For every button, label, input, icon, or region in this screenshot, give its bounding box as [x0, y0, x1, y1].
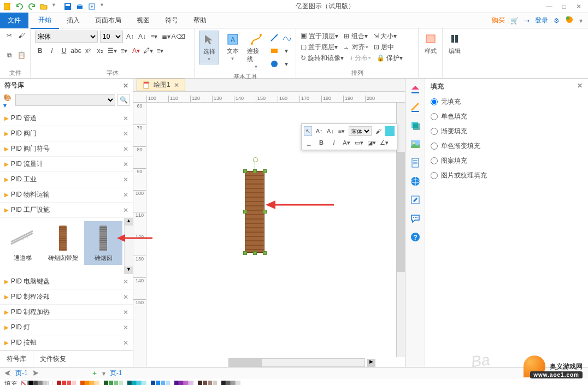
color-swatch[interactable] [28, 381, 33, 385]
color-swatch[interactable] [127, 381, 132, 385]
rotate-button[interactable]: ↻ 旋转和镜像▾ [301, 54, 344, 63]
search-icon[interactable]: 🔍 [117, 94, 130, 106]
h-scrollbar[interactable]: ▶ [228, 358, 365, 367]
menu-help[interactable]: 帮助 [186, 13, 214, 28]
color-swatch[interactable] [80, 381, 85, 385]
maximize-button[interactable]: □ [562, 3, 566, 10]
color-swatch[interactable] [161, 381, 165, 385]
bullets-icon[interactable]: ☰▾ [107, 46, 117, 56]
color-swatch[interactable] [203, 381, 207, 385]
rp-tab-image-icon[interactable] [409, 138, 422, 151]
open-icon[interactable] [39, 2, 48, 11]
tab-drawing-1[interactable]: 绘图1 ✕ [137, 79, 185, 91]
sidebar-cat-heating[interactable]: ▶PID 制程加热✕ [0, 305, 133, 320]
page-next-icon[interactable]: ⮞ [32, 370, 39, 377]
rp-tab-shadow-icon[interactable] [409, 119, 422, 132]
color-swatch[interactable] [38, 381, 43, 385]
color-swatch[interactable] [142, 381, 146, 385]
color-swatch[interactable] [90, 381, 95, 385]
sidebar-cat-valve-symbol[interactable]: ▶PID 阀门符号✕ [0, 141, 133, 157]
font-color-icon[interactable]: A▾ [131, 46, 141, 56]
file-menu[interactable]: 文件 [0, 13, 28, 28]
page-tab-right[interactable]: 页-1 [110, 369, 122, 378]
rp-close-icon[interactable]: ✕ [577, 82, 583, 91]
decrease-font-icon[interactable]: A↓ [137, 32, 147, 42]
paste-icon[interactable]: 📋 [16, 50, 26, 60]
no-fill-swatch[interactable] [21, 381, 28, 385]
ft-shadow-icon[interactable]: ◪▾ [367, 138, 377, 147]
save-icon[interactable] [63, 2, 72, 11]
bold-button[interactable]: B [35, 46, 45, 56]
page-list-icon[interactable]: ▾ [102, 370, 105, 377]
redo-icon[interactable] [27, 2, 36, 11]
freehand-tool-icon[interactable] [281, 33, 291, 43]
minimize-button[interactable]: — [546, 3, 552, 10]
fill-opt-solid[interactable]: 单色填充 [431, 109, 583, 124]
rp-tab-edit-icon[interactable] [409, 193, 422, 206]
qat-dropdown-icon[interactable]: ▼ [51, 2, 60, 11]
edit-button[interactable]: 编辑 [447, 31, 462, 57]
settings-icon[interactable]: ⚙ [554, 17, 560, 25]
ft-font-select[interactable]: 宋体 [349, 126, 372, 136]
rp-tab-help-icon[interactable]: ? [409, 230, 422, 244]
group-button[interactable]: ⊞ 组合▾ [344, 32, 367, 41]
connector-tool[interactable]: 连接线▼ [246, 31, 266, 72]
format-painter-icon[interactable]: 🖌 [16, 31, 26, 40]
shape-ladder[interactable]: 通道梯 [3, 221, 42, 265]
ft-bold-icon[interactable]: B [316, 138, 326, 147]
strike-button[interactable]: abc [71, 46, 81, 56]
sidebar-cat-lamp[interactable]: ▶PID 灯✕ [0, 320, 133, 335]
sidebar-cat-industry[interactable]: ▶PID 工业✕ [0, 172, 133, 187]
undo-icon[interactable] [15, 2, 24, 11]
color-swatch[interactable] [208, 381, 212, 385]
sel-handle-n[interactable] [253, 169, 257, 173]
sel-handle-se[interactable] [263, 251, 267, 255]
color-swatch[interactable] [231, 381, 236, 385]
color-swatch[interactable] [62, 381, 66, 385]
color-swatch[interactable] [166, 381, 170, 385]
close-button[interactable]: ✕ [576, 3, 581, 10]
ft-line-icon[interactable]: ∠▾ [379, 138, 389, 147]
ft-fontcolor-icon[interactable]: A▾ [342, 138, 351, 147]
buy-link[interactable]: 购买 [492, 16, 505, 25]
text-align-icon[interactable]: ≡▾ [155, 46, 165, 56]
copy-icon[interactable]: ⧉ [4, 50, 14, 60]
shape-chimney-frame[interactable]: 砖烟囱带架 [44, 221, 82, 265]
share-icon[interactable]: ⇢ [524, 17, 530, 25]
sel-handle-nw[interactable] [243, 169, 247, 173]
sidebar-cat-button[interactable]: ▶PID 按钮✕ [0, 335, 133, 351]
subscript-button[interactable]: x₂ [95, 46, 105, 56]
login-link[interactable]: 登录 [535, 16, 548, 25]
fill-opt-picture[interactable]: 图片或纹理填充 [431, 168, 583, 183]
canvas[interactable]: ↖ A↑ A↓ ≡▾ 宋体 🖌 ⎯ B I A▾ ▭▾ ◪▾ [146, 103, 405, 367]
font-name-select[interactable]: 宋体 [35, 31, 98, 43]
color-swatch[interactable] [213, 381, 217, 385]
search-select[interactable] [15, 94, 115, 106]
line-tool-icon[interactable] [269, 33, 279, 43]
sidebar-cat-keyboard[interactable]: ▶PID 电脑键盘✕ [0, 274, 133, 289]
color-swatch[interactable] [48, 381, 52, 385]
color-swatch[interactable] [156, 381, 160, 385]
rp-tab-link-icon[interactable] [409, 175, 422, 188]
color-swatch[interactable] [85, 381, 90, 385]
collapse-ribbon-icon[interactable]: ▾ [579, 17, 583, 25]
sidebar-cat-cooling[interactable]: ▶PID 制程冷却✕ [0, 289, 133, 305]
numbering-icon[interactable]: ≡▾ [119, 46, 129, 56]
line-spacing-icon[interactable]: ≡▾ [149, 32, 159, 42]
color-swatch[interactable] [198, 381, 202, 385]
sel-handle-ne[interactable] [263, 169, 267, 173]
v-scrollbar[interactable] [396, 103, 405, 357]
print-icon[interactable] [75, 2, 84, 11]
sel-handle-w[interactable] [243, 210, 247, 214]
page-prev-icon[interactable]: ⮜ [4, 370, 11, 377]
size-button[interactable]: ⇲ 大小▾ [373, 32, 397, 41]
ft-shape-icon[interactable]: ▭▾ [354, 138, 364, 147]
bring-front-button[interactable]: ▣ 置于顶层▾ [301, 32, 338, 41]
style-button[interactable]: 样式 [423, 31, 438, 57]
color-swatch[interactable] [179, 381, 184, 385]
shape-grid-1[interactable] [3, 267, 42, 274]
color-swatch[interactable] [174, 381, 179, 385]
color-swatch[interactable] [184, 381, 189, 385]
color-swatch[interactable] [151, 381, 155, 385]
color-swatch[interactable] [95, 381, 99, 385]
